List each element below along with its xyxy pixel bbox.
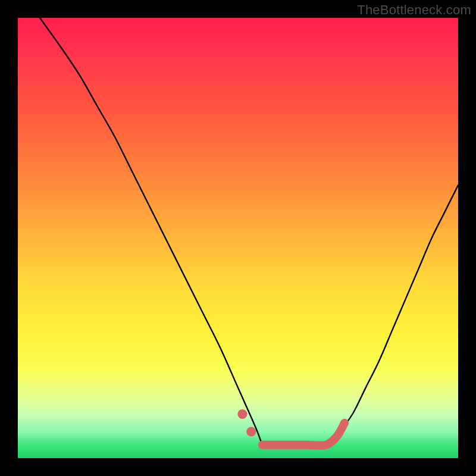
chart-overlay-svg (18, 18, 458, 458)
optimal-range-highlight (262, 423, 345, 446)
chart-frame: TheBottleneck.com (0, 0, 476, 476)
highlight-dot-0 (237, 409, 247, 419)
bottleneck-curve-left (40, 18, 262, 445)
highlight-dot-1 (246, 427, 256, 437)
watermark-text: TheBottleneck.com (357, 2, 471, 18)
bottleneck-curve-right (326, 185, 458, 445)
